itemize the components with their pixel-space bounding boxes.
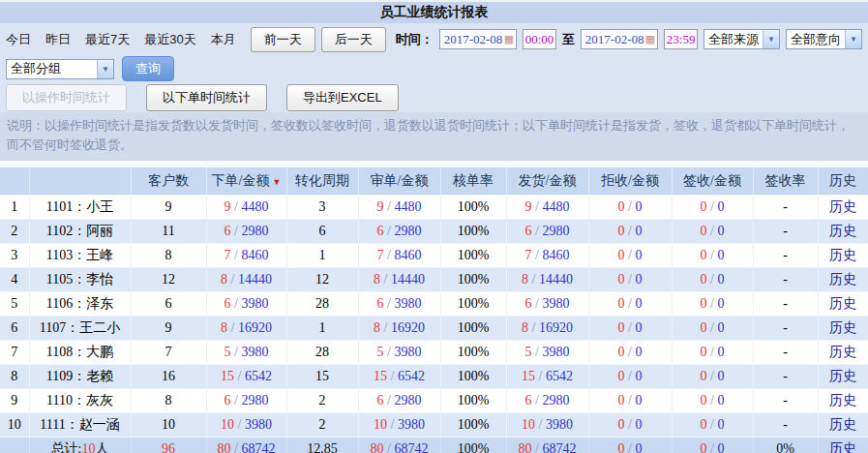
history-link[interactable]: 历史 <box>829 345 856 359</box>
slash-separator: / <box>707 441 718 453</box>
column-header-shipping[interactable]: 发货/金额 <box>506 167 588 195</box>
quick-link-last30days[interactable]: 最近30天 <box>144 31 195 48</box>
time-to-input[interactable]: 23:59 <box>664 29 698 49</box>
quick-link-yesterday[interactable]: 昨日 <box>45 31 71 48</box>
date-from-input[interactable]: 2017-02-08 ▦ <box>439 29 517 49</box>
count-value: 0 <box>701 393 707 408</box>
stat-by-order-time-button[interactable]: 以下单时间统计 <box>146 84 267 111</box>
report-window: 员工业绩统计报表 今日 昨日 最近7天 最近30天 本月 前一天 后一天 时间：… <box>0 0 868 453</box>
amount-value: 3980 <box>542 345 569 359</box>
sign-rate-value: - <box>753 243 818 267</box>
export-excel-button[interactable]: 导出到EXCEL <box>286 84 399 111</box>
calendar-icon[interactable]: ▦ <box>504 34 514 45</box>
history-link[interactable]: 历史 <box>829 417 856 432</box>
slash-separator: / <box>625 296 636 311</box>
history-link[interactable]: 历史 <box>829 441 856 453</box>
audit-value: 7 / 8460 <box>358 243 440 267</box>
sign-value: 0 / 0 <box>672 412 753 437</box>
amount-value: 3980 <box>241 345 268 359</box>
history-link[interactable]: 历史 <box>829 296 856 311</box>
amount-value: 16920 <box>539 320 573 335</box>
intent-select[interactable]: 全部意向 ▼ <box>786 29 862 49</box>
quick-link-today[interactable]: 今日 <box>6 31 31 48</box>
orders-value: 8 / 14440 <box>206 267 286 291</box>
slash-separator: / <box>234 369 245 383</box>
quick-link-last7days[interactable]: 最近7天 <box>85 31 130 48</box>
next-day-button[interactable]: 后一天 <box>321 27 386 52</box>
time-label: 时间： <box>396 31 434 48</box>
employee-name: 1106：泽东 <box>29 291 131 316</box>
orders-value: 5 / 3980 <box>206 340 286 364</box>
slash-separator: / <box>528 320 539 335</box>
ship-value: 9 / 4480 <box>506 195 588 219</box>
column-header-conversion-cycle[interactable]: 转化周期 <box>286 167 358 195</box>
customers-total: 96 <box>131 437 206 453</box>
amount-value: 0 <box>635 248 642 262</box>
count-value: 6 <box>224 393 231 408</box>
count-value: 8 <box>221 320 227 335</box>
count-value: 10 <box>221 417 234 432</box>
slash-separator: / <box>707 199 718 214</box>
count-value: 6 <box>525 393 532 408</box>
column-header-audit[interactable]: 审单/金额 <box>358 167 440 195</box>
sign-rate-value: - <box>753 219 818 243</box>
column-header-orders[interactable]: 下单/金额▼ <box>206 167 286 195</box>
employee-name: 1108：大鹏 <box>29 340 131 364</box>
count-value: 0 <box>701 224 707 238</box>
count-value: 0 <box>701 320 707 335</box>
slash-separator: / <box>231 199 242 214</box>
column-header-audit-rate[interactable]: 核单率 <box>440 167 506 195</box>
amount-value: 0 <box>717 296 724 311</box>
reject-total: 0 / 0 <box>588 437 672 453</box>
amount-value: 4480 <box>241 199 268 214</box>
cycle-value: 2 <box>286 412 358 437</box>
history-link[interactable]: 历史 <box>829 224 856 238</box>
query-button[interactable]: 查询 <box>122 56 174 81</box>
history-link[interactable]: 历史 <box>829 320 856 335</box>
calendar-icon[interactable]: ▦ <box>645 34 655 45</box>
column-header-customers[interactable]: 客户数 <box>131 167 206 195</box>
history-link[interactable]: 历史 <box>829 393 856 408</box>
customers-value: 12 <box>131 267 206 291</box>
count-value: 5 <box>224 345 231 359</box>
slash-separator: / <box>387 369 398 383</box>
slash-separator: / <box>707 272 718 287</box>
orders-value: 6 / 2980 <box>206 388 286 412</box>
audit-rate-value: 100% <box>440 267 506 291</box>
amount-value: 68742 <box>542 441 576 453</box>
column-header-sign-rate[interactable]: 签收率 <box>753 167 818 195</box>
amount-value: 2980 <box>241 393 268 408</box>
date-to-input[interactable]: 2017-02-08 ▦ <box>581 29 658 49</box>
ship-value: 5 / 3980 <box>506 340 588 364</box>
employee-name: 1101：小王 <box>29 195 131 219</box>
table-row: 101111：赵一涵1010 / 3980210 / 3980100%10 / … <box>0 412 868 437</box>
history-cell: 历史 <box>818 388 868 412</box>
employee-name: 1111：赵一涵 <box>29 412 131 437</box>
slash-separator: / <box>231 441 242 453</box>
column-header-rejected[interactable]: 拒收/金额 <box>588 167 672 195</box>
amount-value: 0 <box>635 272 642 287</box>
source-select[interactable]: 全部来源 ▼ <box>703 29 780 49</box>
slash-separator: / <box>707 417 718 432</box>
group-select-value: 全部分组 <box>7 60 97 77</box>
slash-separator: / <box>227 272 238 287</box>
history-link[interactable]: 历史 <box>829 272 856 287</box>
stat-by-operation-time-button[interactable]: 以操作时间统计 <box>6 84 127 111</box>
history-link[interactable]: 历史 <box>829 248 856 262</box>
sign-value: 0 / 0 <box>672 388 753 412</box>
quick-link-this-month[interactable]: 本月 <box>211 31 236 48</box>
slash-separator: / <box>384 224 395 238</box>
history-link[interactable]: 历史 <box>829 369 856 383</box>
sign-value: 0 / 0 <box>672 316 753 340</box>
group-select[interactable]: 全部分组 ▼ <box>6 59 114 79</box>
prev-day-button[interactable]: 前一天 <box>251 27 315 52</box>
column-header-signed[interactable]: 签收/金额 <box>672 167 753 195</box>
ship-value: 6 / 3980 <box>506 291 588 316</box>
amount-value: 3980 <box>241 296 268 311</box>
time-from-input[interactable]: 00:00 <box>523 29 556 49</box>
slash-separator: / <box>625 272 636 287</box>
audit-value: 5 / 3980 <box>358 340 440 364</box>
count-value: 15 <box>374 369 387 383</box>
history-link[interactable]: 历史 <box>829 199 856 214</box>
slash-separator: / <box>231 248 242 262</box>
